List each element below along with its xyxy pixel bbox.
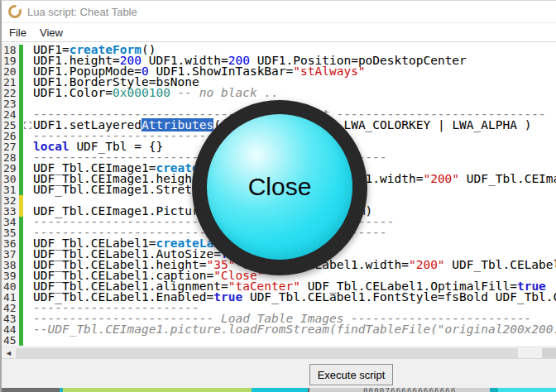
scroll-left-arrow-icon[interactable]: ◄ bbox=[2, 347, 16, 358]
change-bar bbox=[19, 184, 23, 195]
code-token: --UDF_Tbl.CEImage1.picture.loadFromStrea… bbox=[33, 323, 556, 336]
change-bar bbox=[19, 77, 23, 88]
bottom-panel: Execute script bbox=[2, 358, 556, 388]
change-bar bbox=[19, 98, 23, 109]
lua-script-window: Lua script: Cheat Table File View 18UDF1… bbox=[0, 0, 556, 392]
background-windows-strip: 00007666666666666 bbox=[2, 388, 556, 392]
code-token: UDF_Tbl.CELabel1.left= bbox=[445, 258, 556, 271]
horizontal-scrollbar[interactable]: ◄ bbox=[2, 347, 556, 358]
change-bar bbox=[19, 141, 23, 152]
change-bar bbox=[19, 120, 23, 131]
code-line[interactable]: 22UDF1.Color=0x000100 -- no black .. bbox=[2, 88, 556, 98]
menu-view[interactable]: View bbox=[40, 26, 63, 39]
background-window-fragment bbox=[63, 388, 252, 392]
scrollbar-thumb[interactable] bbox=[16, 348, 518, 358]
code-line-text[interactable]: UDF1.Color=0x000100 -- no black .. bbox=[33, 88, 279, 98]
change-bar bbox=[19, 292, 23, 303]
change-bar bbox=[19, 260, 23, 270]
code-line[interactable]: 44--UDF_Tbl.CEImage1.picture.loadFromStr… bbox=[2, 324, 556, 335]
change-bar bbox=[19, 174, 23, 184]
code-token: true bbox=[213, 290, 242, 304]
code-token: "stAlways" bbox=[293, 65, 365, 78]
change-bar bbox=[19, 281, 23, 292]
code-line[interactable]: 45 bbox=[2, 335, 556, 346]
change-bar bbox=[19, 238, 23, 249]
change-bar bbox=[19, 131, 23, 141]
background-window-fragment bbox=[498, 388, 556, 392]
change-bar bbox=[19, 303, 23, 313]
close-button[interactable]: Close bbox=[192, 100, 367, 275]
window-title: Lua script: Cheat Table bbox=[27, 6, 137, 18]
code-token: UDF1.Color= bbox=[33, 86, 113, 99]
change-bar bbox=[19, 206, 23, 217]
change-bar bbox=[19, 195, 23, 206]
code-token: UDF_Tbl.CEImage1.Stretch= bbox=[33, 183, 213, 196]
scroll-right-arrow[interactable] bbox=[542, 348, 556, 358]
close-button-label: Close bbox=[248, 173, 312, 201]
change-bar bbox=[19, 313, 23, 324]
change-bar bbox=[19, 324, 23, 335]
line-number: 45 bbox=[2, 335, 19, 346]
change-bar bbox=[19, 227, 23, 238]
background-address-digits: 00007666666666666 bbox=[363, 388, 457, 392]
background-window-fragment bbox=[2, 388, 60, 392]
change-bar bbox=[19, 66, 23, 77]
code-token: -- no black .. bbox=[178, 86, 279, 99]
title-bar: Lua script: Cheat Table bbox=[2, 1, 556, 23]
close-button-face[interactable]: Close bbox=[207, 114, 352, 260]
fold-marker-icon[interactable] bbox=[24, 122, 31, 129]
cheat-engine-icon bbox=[8, 5, 22, 18]
code-token: 0x000100 bbox=[113, 86, 170, 99]
background-window-fragment bbox=[490, 388, 498, 392]
change-bar bbox=[19, 45, 23, 55]
change-bar bbox=[19, 270, 23, 281]
change-bar bbox=[19, 217, 23, 227]
change-bar bbox=[19, 249, 23, 260]
code-token: UDF_Tbl.CELabel1.FontStyle=fsBold UDF_Tb… bbox=[242, 290, 556, 304]
code-token: "200" bbox=[423, 172, 459, 185]
code-line-text[interactable]: --UDF_Tbl.CEImage1.picture.loadFromStrea… bbox=[33, 324, 556, 335]
menu-bar: File View bbox=[2, 23, 556, 42]
code-token: "200" bbox=[409, 258, 445, 271]
menu-file[interactable]: File bbox=[9, 26, 26, 39]
change-bar bbox=[19, 163, 23, 174]
change-bar bbox=[19, 88, 23, 98]
change-bar bbox=[19, 109, 23, 120]
code-token: UDF_Tbl.CEImage1.top= bbox=[459, 172, 556, 185]
change-bar bbox=[19, 152, 23, 163]
change-bar bbox=[19, 335, 23, 346]
background-window-fragment bbox=[252, 388, 308, 392]
execute-script-button[interactable]: Execute script bbox=[309, 364, 393, 385]
code-token bbox=[170, 86, 178, 99]
change-bar bbox=[19, 55, 23, 66]
